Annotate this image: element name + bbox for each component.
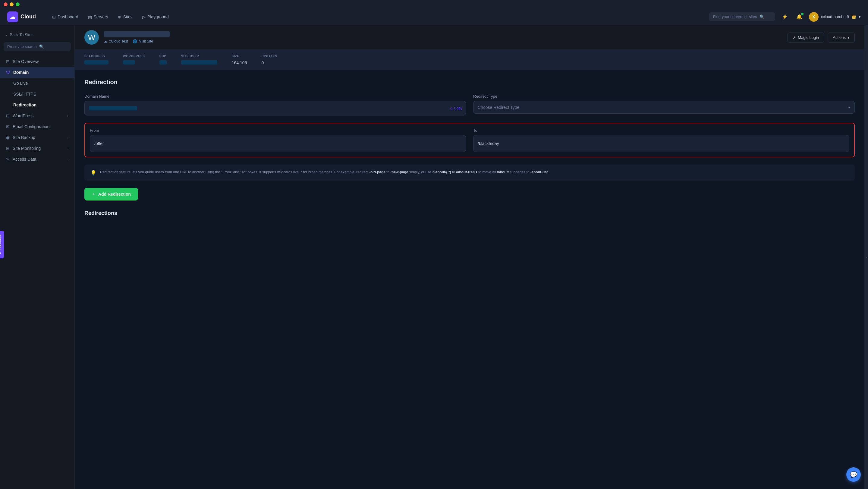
collapse-icon: › <box>866 256 867 259</box>
site-title-bar <box>104 31 170 37</box>
chevron-down-icon: ▾ <box>847 35 849 40</box>
feedback-tab[interactable]: ★ Feedback <box>0 231 4 258</box>
site-header: W ☁ xCloud Test 🌐 Visit Site ↗ <box>75 25 864 50</box>
sidebar-item-email-config[interactable]: ✉ Email Configuration <box>0 121 74 132</box>
globe-icon: 🌐 <box>133 39 137 43</box>
site-info: ☁ xCloud Test 🌐 Visit Site <box>104 31 787 43</box>
back-to-sites[interactable]: ‹ Back To Sites <box>0 30 74 42</box>
copy-button[interactable]: ⧉ Copy <box>450 106 462 110</box>
chat-button[interactable]: 💬 <box>846 467 861 482</box>
nav-right: Find your servers or sites 🔍 ⚡ 🔔 X xclou… <box>709 12 861 22</box>
stat-php-value <box>159 60 167 64</box>
plus-icon: ＋ <box>92 191 96 197</box>
nav-playground-label: Playground <box>147 14 169 19</box>
stat-wp-label: WORDPRESS <box>123 55 145 58</box>
maximize-dot[interactable] <box>16 2 20 6</box>
magic-login-button[interactable]: ↗ Magic Login <box>787 33 824 42</box>
chat-icon: 💬 <box>850 471 858 478</box>
sidebar-item-label: Go Live <box>13 81 28 86</box>
stat-updates-label: UPDATES <box>261 55 277 58</box>
main-layout: ‹ Back To Sites Press / to search 🔍 ⊟ Si… <box>0 25 868 489</box>
playground-icon: ▷ <box>142 14 146 19</box>
redirect-type-select[interactable]: Choose Redirect Type ▾ <box>473 101 855 114</box>
nav-dashboard-label: Dashboard <box>58 14 79 19</box>
avatar-initials: X <box>812 14 815 19</box>
domain-name-group: Domain Name ⧉ Copy <box>84 94 466 116</box>
nav-sites-label: Sites <box>123 14 133 19</box>
sidebar-item-label: Email Configuration <box>13 124 50 129</box>
actions-label: Actions <box>833 35 846 40</box>
sidebar-item-redirection[interactable]: Redirection <box>0 99 74 110</box>
nav-dashboard[interactable]: ⊞ Dashboard <box>48 12 83 22</box>
domain-name-input-wrapper: ⧉ Copy <box>84 101 466 116</box>
sidebar-item-label: WordPress <box>13 113 33 118</box>
servers-icon: ▤ <box>88 14 92 19</box>
access-data-icon: ✎ <box>6 157 10 161</box>
sidebar-item-label: SSL/HTTPS <box>13 92 36 96</box>
notification-dot <box>801 13 804 15</box>
copy-icon: ⧉ <box>450 106 453 110</box>
wordpress-icon: ⊟ <box>6 113 10 118</box>
actions-button[interactable]: Actions ▾ <box>828 33 855 42</box>
to-input[interactable]: /blackfriday <box>473 135 849 152</box>
to-group: To /blackfriday <box>473 128 849 152</box>
domain-icon: 🛡 <box>6 70 10 75</box>
sidebar-item-label: Access Data <box>13 157 36 161</box>
email-icon: ✉ <box>6 124 10 129</box>
visit-site-link[interactable]: 🌐 Visit Site <box>133 39 153 43</box>
sidebar-item-domain[interactable]: 🛡 Domain <box>0 67 74 78</box>
add-redirection-button[interactable]: ＋ Add Redirection <box>84 188 138 201</box>
sidebar-item-label: Redirection <box>13 102 36 107</box>
stat-ip-label: IP ADDRESS <box>84 55 108 58</box>
stat-size-label: SIZE <box>232 55 247 58</box>
sidebar-item-wordpress[interactable]: ⊟ WordPress › <box>0 110 74 121</box>
domain-name-label: Domain Name <box>84 94 466 99</box>
nav-servers-label: Servers <box>94 14 108 19</box>
page-content: Redirection Domain Name ⧉ Copy <box>75 70 864 225</box>
search-placeholder: Find your servers or sites <box>713 14 757 19</box>
sidebar-item-go-live[interactable]: Go Live <box>0 78 74 89</box>
sidebar-item-site-monitoring[interactable]: ⊟ Site Monitoring › <box>0 143 74 154</box>
domain-name-input[interactable] <box>84 101 466 116</box>
sidebar-item-ssl[interactable]: SSL/HTTPS <box>0 89 74 99</box>
nav-playground[interactable]: ▷ Playground <box>138 12 173 22</box>
activity-icon: ⚡ <box>782 14 788 20</box>
from-to-box: From /offer To /blackfriday <box>84 123 855 157</box>
sidebar-item-label: Site Monitoring <box>13 146 41 151</box>
minimize-dot[interactable] <box>10 2 13 6</box>
nav-servers[interactable]: ▤ Servers <box>84 12 113 22</box>
redirect-type-group: Redirect Type Choose Redirect Type ▾ <box>473 94 855 114</box>
notifications-button[interactable]: 🔔 <box>795 12 804 22</box>
stat-ip-address: IP ADDRESS <box>84 55 108 65</box>
stat-size: SIZE 164.105 <box>232 55 247 65</box>
feedback-label: Feedback <box>0 234 2 250</box>
backup-icon: ◉ <box>6 135 10 140</box>
logo[interactable]: ☁ Cloud <box>7 11 36 22</box>
stat-wordpress: WORDPRESS <box>123 55 145 65</box>
chevron-right-icon: › <box>67 157 68 161</box>
user-menu[interactable]: X xcloud-number9 👑 ▾ <box>809 12 861 22</box>
stat-php: PHP <box>159 55 167 65</box>
sidebar-item-label: Site Overview <box>13 59 38 64</box>
activity-button[interactable]: ⚡ <box>780 12 789 22</box>
sidebar-item-site-overview[interactable]: ⊟ Site Overview <box>0 56 74 67</box>
right-collapse-tab[interactable]: › <box>864 25 868 489</box>
dashboard-icon: ⊞ <box>52 14 56 19</box>
sidebar-item-site-backup[interactable]: ◉ Site Backup › <box>0 132 74 143</box>
nav-sites[interactable]: ⊕ Sites <box>114 12 137 22</box>
magic-login-label: Magic Login <box>798 35 819 40</box>
xcloud-test-label: xCloud Test <box>109 39 128 43</box>
redirections-title: Redirections <box>84 210 855 216</box>
search-bar[interactable]: Find your servers or sites 🔍 <box>709 12 775 21</box>
chevron-down-icon: ▾ <box>848 105 850 110</box>
close-dot[interactable] <box>4 2 7 6</box>
xcloud-test-link[interactable]: ☁ xCloud Test <box>104 39 128 43</box>
copy-label: Copy <box>454 106 462 110</box>
from-label: From <box>90 128 466 133</box>
visit-site-label: Visit Site <box>139 39 153 43</box>
from-input[interactable]: /offer <box>90 135 466 152</box>
logo-text: Cloud <box>21 13 36 20</box>
to-value: /blackfriday <box>478 141 499 146</box>
sidebar-search[interactable]: Press / to search 🔍 <box>4 42 71 51</box>
sidebar-item-access-data[interactable]: ✎ Access Data › <box>0 154 74 164</box>
